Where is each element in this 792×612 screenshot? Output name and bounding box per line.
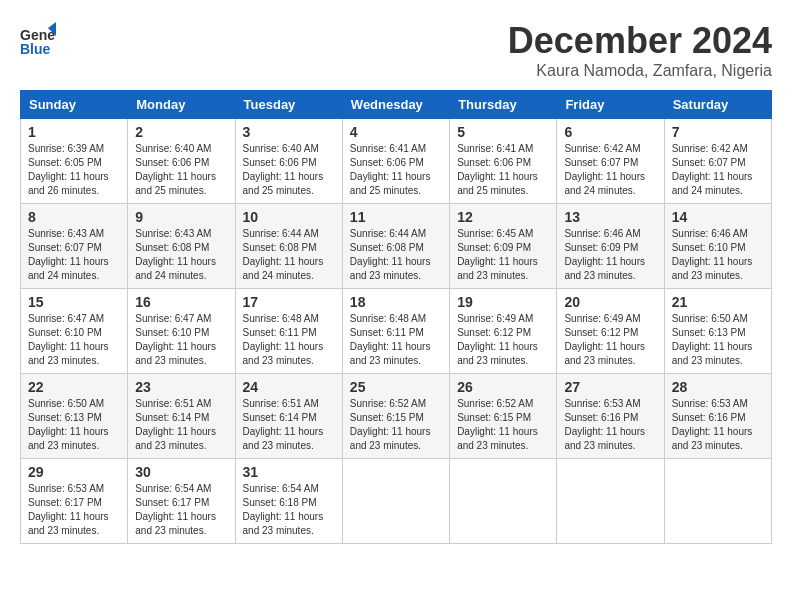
day-info: Sunrise: 6:50 AM Sunset: 6:13 PM Dayligh… [28,397,120,453]
day-info: Sunrise: 6:52 AM Sunset: 6:15 PM Dayligh… [350,397,442,453]
calendar-cell: 20Sunrise: 6:49 AM Sunset: 6:12 PM Dayli… [557,289,664,374]
day-number: 17 [243,294,335,310]
calendar-cell: 9Sunrise: 6:43 AM Sunset: 6:08 PM Daylig… [128,204,235,289]
day-info: Sunrise: 6:39 AM Sunset: 6:05 PM Dayligh… [28,142,120,198]
location-subtitle: Kaura Namoda, Zamfara, Nigeria [508,62,772,80]
calendar-week-5: 29Sunrise: 6:53 AM Sunset: 6:17 PM Dayli… [21,459,772,544]
day-number: 23 [135,379,227,395]
day-number: 21 [672,294,764,310]
day-info: Sunrise: 6:47 AM Sunset: 6:10 PM Dayligh… [135,312,227,368]
calendar-cell: 19Sunrise: 6:49 AM Sunset: 6:12 PM Dayli… [450,289,557,374]
day-number: 4 [350,124,442,140]
calendar-cell: 5Sunrise: 6:41 AM Sunset: 6:06 PM Daylig… [450,119,557,204]
day-number: 7 [672,124,764,140]
logo: General Blue [20,20,60,56]
day-info: Sunrise: 6:42 AM Sunset: 6:07 PM Dayligh… [672,142,764,198]
day-info: Sunrise: 6:53 AM Sunset: 6:17 PM Dayligh… [28,482,120,538]
calendar-cell: 3Sunrise: 6:40 AM Sunset: 6:06 PM Daylig… [235,119,342,204]
day-number: 25 [350,379,442,395]
calendar-cell [664,459,771,544]
day-number: 28 [672,379,764,395]
day-number: 8 [28,209,120,225]
calendar-cell: 27Sunrise: 6:53 AM Sunset: 6:16 PM Dayli… [557,374,664,459]
day-info: Sunrise: 6:48 AM Sunset: 6:11 PM Dayligh… [350,312,442,368]
day-info: Sunrise: 6:53 AM Sunset: 6:16 PM Dayligh… [564,397,656,453]
day-number: 29 [28,464,120,480]
day-number: 18 [350,294,442,310]
calendar-week-2: 8Sunrise: 6:43 AM Sunset: 6:07 PM Daylig… [21,204,772,289]
day-info: Sunrise: 6:50 AM Sunset: 6:13 PM Dayligh… [672,312,764,368]
day-info: Sunrise: 6:49 AM Sunset: 6:12 PM Dayligh… [457,312,549,368]
day-info: Sunrise: 6:54 AM Sunset: 6:17 PM Dayligh… [135,482,227,538]
day-number: 2 [135,124,227,140]
day-info: Sunrise: 6:48 AM Sunset: 6:11 PM Dayligh… [243,312,335,368]
day-info: Sunrise: 6:46 AM Sunset: 6:10 PM Dayligh… [672,227,764,283]
page-header: General Blue December 2024 Kaura Namoda,… [20,20,772,80]
calendar-body: 1Sunrise: 6:39 AM Sunset: 6:05 PM Daylig… [21,119,772,544]
calendar-cell: 30Sunrise: 6:54 AM Sunset: 6:17 PM Dayli… [128,459,235,544]
day-info: Sunrise: 6:53 AM Sunset: 6:16 PM Dayligh… [672,397,764,453]
day-number: 13 [564,209,656,225]
day-number: 1 [28,124,120,140]
calendar-cell: 25Sunrise: 6:52 AM Sunset: 6:15 PM Dayli… [342,374,449,459]
day-info: Sunrise: 6:42 AM Sunset: 6:07 PM Dayligh… [564,142,656,198]
day-info: Sunrise: 6:41 AM Sunset: 6:06 PM Dayligh… [350,142,442,198]
col-header-tuesday: Tuesday [235,91,342,119]
calendar-cell: 8Sunrise: 6:43 AM Sunset: 6:07 PM Daylig… [21,204,128,289]
calendar-cell [342,459,449,544]
day-number: 20 [564,294,656,310]
day-number: 15 [28,294,120,310]
calendar-cell: 21Sunrise: 6:50 AM Sunset: 6:13 PM Dayli… [664,289,771,374]
title-block: December 2024 Kaura Namoda, Zamfara, Nig… [508,20,772,80]
day-info: Sunrise: 6:51 AM Sunset: 6:14 PM Dayligh… [243,397,335,453]
day-number: 30 [135,464,227,480]
calendar-cell: 14Sunrise: 6:46 AM Sunset: 6:10 PM Dayli… [664,204,771,289]
day-info: Sunrise: 6:49 AM Sunset: 6:12 PM Dayligh… [564,312,656,368]
calendar-week-3: 15Sunrise: 6:47 AM Sunset: 6:10 PM Dayli… [21,289,772,374]
calendar-cell: 13Sunrise: 6:46 AM Sunset: 6:09 PM Dayli… [557,204,664,289]
day-number: 22 [28,379,120,395]
calendar-week-4: 22Sunrise: 6:50 AM Sunset: 6:13 PM Dayli… [21,374,772,459]
day-info: Sunrise: 6:43 AM Sunset: 6:07 PM Dayligh… [28,227,120,283]
day-info: Sunrise: 6:46 AM Sunset: 6:09 PM Dayligh… [564,227,656,283]
day-info: Sunrise: 6:40 AM Sunset: 6:06 PM Dayligh… [135,142,227,198]
col-header-friday: Friday [557,91,664,119]
day-number: 10 [243,209,335,225]
day-number: 6 [564,124,656,140]
day-number: 19 [457,294,549,310]
calendar-cell: 23Sunrise: 6:51 AM Sunset: 6:14 PM Dayli… [128,374,235,459]
day-info: Sunrise: 6:43 AM Sunset: 6:08 PM Dayligh… [135,227,227,283]
day-number: 5 [457,124,549,140]
col-header-monday: Monday [128,91,235,119]
day-number: 26 [457,379,549,395]
day-info: Sunrise: 6:45 AM Sunset: 6:09 PM Dayligh… [457,227,549,283]
month-title: December 2024 [508,20,772,62]
logo-icon: General Blue [20,20,56,56]
day-info: Sunrise: 6:52 AM Sunset: 6:15 PM Dayligh… [457,397,549,453]
calendar-cell: 2Sunrise: 6:40 AM Sunset: 6:06 PM Daylig… [128,119,235,204]
day-number: 12 [457,209,549,225]
calendar-cell: 1Sunrise: 6:39 AM Sunset: 6:05 PM Daylig… [21,119,128,204]
calendar-cell: 4Sunrise: 6:41 AM Sunset: 6:06 PM Daylig… [342,119,449,204]
calendar-header-row: SundayMondayTuesdayWednesdayThursdayFrid… [21,91,772,119]
col-header-sunday: Sunday [21,91,128,119]
day-number: 11 [350,209,442,225]
calendar-cell: 11Sunrise: 6:44 AM Sunset: 6:08 PM Dayli… [342,204,449,289]
calendar-cell: 26Sunrise: 6:52 AM Sunset: 6:15 PM Dayli… [450,374,557,459]
calendar-table: SundayMondayTuesdayWednesdayThursdayFrid… [20,90,772,544]
col-header-wednesday: Wednesday [342,91,449,119]
day-info: Sunrise: 6:41 AM Sunset: 6:06 PM Dayligh… [457,142,549,198]
calendar-cell: 16Sunrise: 6:47 AM Sunset: 6:10 PM Dayli… [128,289,235,374]
day-number: 3 [243,124,335,140]
day-info: Sunrise: 6:40 AM Sunset: 6:06 PM Dayligh… [243,142,335,198]
calendar-cell: 31Sunrise: 6:54 AM Sunset: 6:18 PM Dayli… [235,459,342,544]
calendar-cell [450,459,557,544]
day-info: Sunrise: 6:54 AM Sunset: 6:18 PM Dayligh… [243,482,335,538]
col-header-saturday: Saturday [664,91,771,119]
day-number: 31 [243,464,335,480]
col-header-thursday: Thursday [450,91,557,119]
calendar-cell [557,459,664,544]
day-number: 24 [243,379,335,395]
day-info: Sunrise: 6:47 AM Sunset: 6:10 PM Dayligh… [28,312,120,368]
calendar-cell: 28Sunrise: 6:53 AM Sunset: 6:16 PM Dayli… [664,374,771,459]
